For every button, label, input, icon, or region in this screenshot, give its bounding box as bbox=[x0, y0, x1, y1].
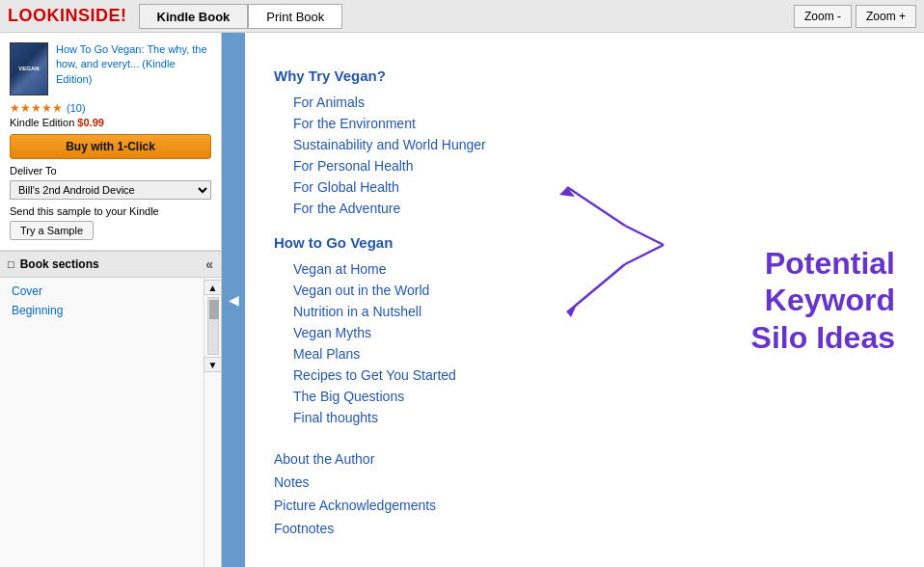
zoom-plus-button[interactable]: Zoom + bbox=[856, 5, 916, 28]
toc-final-thoughts[interactable]: Final thoughts bbox=[274, 407, 895, 428]
toc-recipes[interactable]: Recipes to Get You Started bbox=[274, 364, 895, 386]
toc-vegan-at-home[interactable]: Vegan at Home bbox=[274, 258, 895, 280]
star-icons: ★★★★★ bbox=[10, 101, 63, 115]
book-cover-row: VEGAN How To Go Vegan: The why, the how,… bbox=[10, 42, 211, 95]
book-info-panel: VEGAN How To Go Vegan: The why, the how,… bbox=[0, 33, 221, 251]
price: $0.99 bbox=[77, 117, 104, 128]
sections-list: Cover Beginning bbox=[0, 278, 204, 567]
section-how-to-go-vegan: How to Go Vegan Vegan at Home Vegan out … bbox=[274, 234, 895, 428]
edition-label: Kindle Edition bbox=[10, 117, 74, 128]
tab-kindle-book[interactable]: Kindle Book bbox=[139, 4, 249, 29]
toc-meal-plans[interactable]: Meal Plans bbox=[274, 343, 895, 364]
toc-vegan-myths[interactable]: Vegan Myths bbox=[274, 322, 895, 343]
why-vegan-heading: Why Try Vegan? bbox=[274, 68, 895, 84]
main-sections: About the Author Notes Picture Acknowled… bbox=[274, 451, 895, 536]
zoom-minus-button[interactable]: Zoom - bbox=[794, 5, 852, 28]
look-inside-logo: LOOKINSIDE! bbox=[8, 6, 127, 26]
toc-global-health[interactable]: For Global Health bbox=[274, 176, 895, 198]
top-bar: LOOKINSIDE! Kindle Book Print Book Zoom … bbox=[0, 0, 924, 33]
edition-price-row: Kindle Edition $0.99 bbox=[10, 117, 211, 128]
scrollbar-thumb[interactable] bbox=[209, 300, 219, 319]
zoom-controls: Zoom - Zoom + bbox=[794, 5, 916, 28]
device-select[interactable]: Bill's 2nd Android Device bbox=[10, 180, 211, 200]
how-to-go-vegan-heading: How to Go Vegan bbox=[274, 234, 895, 251]
toc-big-questions[interactable]: The Big Questions bbox=[274, 386, 895, 407]
send-sample-text: Send this sample to your Kindle bbox=[10, 205, 211, 217]
sidebar-item-beginning[interactable]: Beginning bbox=[0, 301, 204, 320]
sidebar: VEGAN How To Go Vegan: The why, the how,… bbox=[0, 33, 222, 567]
try-sample-button[interactable]: Try a Sample bbox=[10, 221, 94, 240]
main-layout: VEGAN How To Go Vegan: The why, the how,… bbox=[0, 33, 924, 567]
book-sections-label: Book sections bbox=[20, 257, 206, 271]
toc-sustainability[interactable]: Sustainability and World Hunger bbox=[274, 134, 895, 155]
scrollbar-track bbox=[207, 297, 219, 355]
sections-collapse-icon[interactable]: « bbox=[205, 256, 213, 272]
buy-with-one-click-button[interactable]: Buy with 1-Click bbox=[10, 134, 211, 159]
link-about-author[interactable]: About the Author bbox=[274, 451, 895, 467]
sections-toggle-icon[interactable]: □ bbox=[8, 258, 14, 270]
link-notes[interactable]: Notes bbox=[274, 474, 895, 490]
toc-for-environment[interactable]: For the Environment bbox=[274, 113, 895, 134]
section-why-vegan: Why Try Vegan? For Animals For the Envir… bbox=[274, 68, 895, 219]
content-area: Why Try Vegan? For Animals For the Envir… bbox=[245, 33, 924, 567]
link-picture-acknowledgements[interactable]: Picture Acknowledgements bbox=[274, 498, 895, 513]
review-count: (10) bbox=[67, 102, 86, 114]
deliver-to-label: Deliver To bbox=[10, 165, 211, 176]
scroll-down-button[interactable]: ▼ bbox=[204, 357, 222, 372]
toc-adventure[interactable]: For the Adventure bbox=[274, 198, 895, 219]
book-sections-header: □ Book sections « bbox=[0, 251, 221, 278]
toc-vegan-out-in-world[interactable]: Vegan out in the World bbox=[274, 280, 895, 301]
tab-print-book[interactable]: Print Book bbox=[248, 4, 342, 29]
toc-personal-health[interactable]: For Personal Health bbox=[274, 155, 895, 176]
sidebar-item-cover[interactable]: Cover bbox=[0, 282, 204, 301]
sidebar-collapse-arrow[interactable]: ◀ bbox=[222, 33, 245, 567]
link-footnotes[interactable]: Footnotes bbox=[274, 521, 895, 536]
toc-for-animals[interactable]: For Animals bbox=[274, 92, 895, 113]
book-cover-image: VEGAN bbox=[10, 42, 48, 95]
scroll-up-button[interactable]: ▲ bbox=[204, 280, 222, 295]
book-title: How To Go Vegan: The why, the how, and e… bbox=[56, 42, 211, 95]
star-rating-row: ★★★★★ (10) bbox=[10, 101, 211, 115]
toc-nutrition-nutshell[interactable]: Nutrition in a Nutshell bbox=[274, 301, 895, 322]
